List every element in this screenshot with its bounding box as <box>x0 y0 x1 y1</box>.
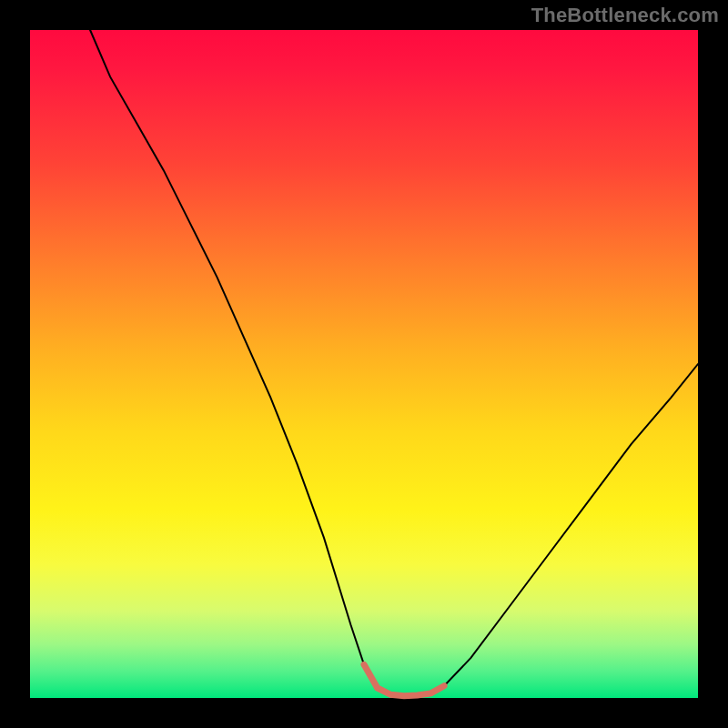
plot-area <box>30 30 698 698</box>
optimal-range-highlight <box>364 664 444 696</box>
bottleneck-curve <box>90 30 698 696</box>
curve-layer <box>30 30 698 698</box>
chart-frame: TheBottleneck.com <box>0 0 728 728</box>
watermark-text: TheBottleneck.com <box>531 4 719 27</box>
